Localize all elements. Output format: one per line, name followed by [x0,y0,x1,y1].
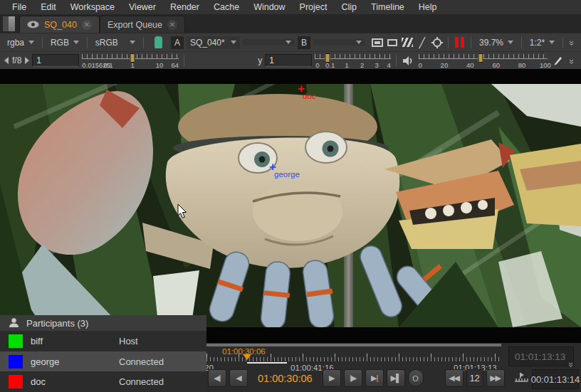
remote-cursor-doc: + doc [298,83,316,101]
out-timecode-box[interactable]: 01:01:13:13 [508,346,574,366]
participant-row[interactable]: george Connected [0,351,206,372]
menu-clip[interactable]: Clip [335,1,364,14]
separator [87,37,88,48]
participant-name: doc [31,376,119,387]
timeline-scrollbar[interactable] [206,344,501,346]
menu-project[interactable]: Project [293,1,334,14]
exposure-toolbar: f/8 0.015625 0.1 1 10 64 y 0 0.1 1 2 3 4 [0,51,581,69]
roi-icon[interactable] [431,36,443,49]
fps-value[interactable]: 12 [466,369,483,387]
proxy-scale-dropdown[interactable]: 1:2* [527,36,558,49]
participant-row[interactable]: doc Connected [0,371,206,392]
display-window-icon[interactable] [371,36,383,49]
cached-range-bar [247,362,287,364]
chevron-down-icon [231,41,236,44]
close-icon[interactable]: ✕ [82,20,92,30]
go-to-end-button[interactable]: ▶▌ [387,369,405,387]
viewer-toolbar: rgba RGB sRGB A SQ_040* B ╱ 39.7% 1:2* » [0,33,581,51]
gamma-slider[interactable]: 0 0.1 1 2 3 4 [315,53,391,69]
person-icon [9,318,19,328]
chevron-down-icon [549,41,555,44]
menu-workspace[interactable]: Workspace [64,1,121,14]
transport-controls: ◀| ◀ 01:00:30:06 ▶ |▶ ▶| ▶▌ O ◀◀ 12 ▶▶ [208,369,505,387]
annotation-pen-icon[interactable] [550,54,564,67]
current-timecode[interactable]: 01:00:30:06 [251,373,320,384]
chevron-down-icon [508,41,513,44]
mouse-cursor-icon [177,204,188,219]
menu-render[interactable]: Render [164,1,206,14]
menu-cache[interactable]: Cache [207,1,246,14]
remote-cursor-george: + george [269,161,300,179]
chevron-down-icon [73,41,79,44]
participants-title: Participants (3) [26,318,88,329]
gamma-label: y [258,55,262,65]
menu-timeline[interactable]: Timeline [365,1,411,14]
participant-name: biff [31,336,119,346]
chevron-down-icon [286,41,291,44]
color-swatch [9,355,23,369]
duration-timecode-box[interactable]: 00:01:13:14 [532,369,579,389]
gain-slider[interactable]: 0.015625 0.1 1 10 64 [82,53,179,69]
speaker-icon[interactable] [402,54,415,67]
fstop-label: f/8 [12,55,21,65]
participant-row[interactable]: biff Host [0,331,206,351]
colorspace-dropdown[interactable]: sRGB [93,36,138,49]
fps-up-button[interactable]: ▶▶ [486,369,505,387]
separator [396,55,397,66]
menu-bar: File Edit Workspace Viewer Render Cache … [0,0,581,14]
fstop-decrease-icon[interactable] [4,57,9,64]
step-forward-button[interactable]: |▶ [344,369,362,387]
wipe-icon[interactable] [401,36,413,49]
compare-slash-icon[interactable]: ╱ [416,36,428,49]
participants-header[interactable]: Participants (3) [0,315,206,331]
step-back-button[interactable]: ◀| [208,369,226,387]
viewer-canvas[interactable]: + doc + george [0,69,581,343]
volume-slider[interactable]: 0 20 40 60 80 100 [419,53,548,69]
separator [184,55,184,66]
participant-status: Connected [119,356,164,367]
separator [143,37,144,48]
nuke-studio-window: File Edit Workspace Viewer Render Cache … [0,0,581,392]
pane-layout-icon[interactable] [3,16,15,31]
timeline-scale-icon[interactable] [514,373,528,382]
collapse-panel-icon[interactable]: » [566,362,577,366]
gamma-indicator-icon[interactable] [155,36,162,48]
fstop-increase-icon[interactable] [25,57,29,64]
menu-window[interactable]: Window [247,1,291,14]
close-icon[interactable]: ✕ [167,20,177,30]
participant-status: Connected [119,376,164,387]
buffer-b-dropdown[interactable] [313,39,365,46]
collapse-toolbar-icon[interactable]: » [567,55,577,65]
volume-slider-handle[interactable] [478,53,483,63]
tab-label: Export Queue [108,20,162,30]
menu-viewer[interactable]: Viewer [122,1,162,14]
color-swatch [9,375,23,388]
menu-edit[interactable]: Edit [34,1,63,14]
gamma-input[interactable] [265,54,312,67]
menu-help[interactable]: Help [412,1,444,14]
viewer-image [0,84,581,327]
tab-export-queue[interactable]: Export Queue ✕ [100,16,185,33]
fps-down-button[interactable]: ◀◀ [445,369,464,387]
buffer-a-label: A [171,36,184,49]
collapse-toolbar-icon[interactable]: » [567,38,578,47]
gain-input[interactable] [32,54,79,67]
channels-dropdown[interactable]: rgba [4,36,37,49]
tab-viewer-sq040[interactable]: SQ_040 ✕ [19,16,100,33]
play-button[interactable]: ▶ [323,369,341,387]
timeline-ruler[interactable] [206,354,501,361]
loop-mode-button[interactable]: O [408,369,424,387]
next-edit-button[interactable]: ▶| [365,369,384,387]
chevron-down-icon [356,41,362,44]
menu-file[interactable]: File [6,1,33,14]
play-backward-button[interactable]: ◀ [229,369,248,387]
buffer-a-dropdown[interactable]: SQ_040* [187,36,240,49]
participant-name: george [31,356,119,367]
tab-label: SQ_040 [44,20,77,30]
format-rect-icon[interactable] [386,36,398,49]
buffer-b-label: B [298,36,310,49]
blend-mode-dropdown[interactable] [243,39,295,46]
pause-render-icon[interactable] [455,37,464,48]
zoom-dropdown[interactable]: 39.7% [476,36,516,49]
display-dropdown[interactable]: RGB [48,36,82,49]
